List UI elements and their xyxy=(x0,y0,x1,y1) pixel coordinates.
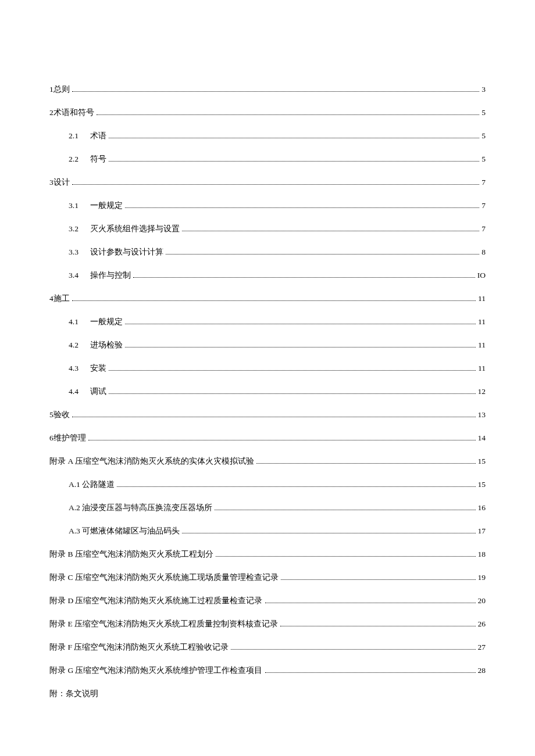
toc-entry-number: 6 xyxy=(49,433,54,443)
toc-entry-page: 15 xyxy=(478,480,486,489)
toc-entry-number: 4.1 xyxy=(69,317,90,327)
toc-entry-label: 一般规定 xyxy=(90,317,123,327)
toc-dot-leader xyxy=(72,300,476,301)
toc-dot-leader xyxy=(72,91,480,92)
toc-dot-leader xyxy=(88,440,476,440)
toc-entry-label: 进场检验 xyxy=(90,340,123,350)
toc-dot-leader xyxy=(182,231,479,231)
toc-dot-leader xyxy=(265,672,476,673)
toc-dot-leader xyxy=(231,649,475,650)
toc-entry-page: 12 xyxy=(478,387,486,396)
toc-entry-page: IO xyxy=(477,271,486,280)
toc-dot-leader xyxy=(72,184,480,185)
toc-entry-number: 4.4 xyxy=(69,387,90,396)
toc-entry-number: 4.3 xyxy=(69,364,90,373)
toc-entry-page: 14 xyxy=(478,433,486,443)
toc-entry-page: 20 xyxy=(478,596,486,605)
toc-entry: A.3 可燃液体储罐区与油品码头17 xyxy=(49,526,486,536)
toc-footer-line: 附：条文说明 xyxy=(49,689,486,699)
toc-entry-number: 2 xyxy=(49,108,54,117)
toc-entry-label: 附录 E 压缩空气泡沫消防炮灭火系统工程质量控制资料核查记录 xyxy=(49,619,278,629)
toc-entry-page: 7 xyxy=(482,224,486,234)
toc-dot-leader xyxy=(97,114,480,115)
toc-entry-page: 17 xyxy=(478,526,486,536)
table-of-contents: 1 总则32 术语和符号52.1 术语52.2 符号53 设计73.1 一般规定… xyxy=(49,84,486,676)
toc-entry-number: 2.2 xyxy=(69,155,90,164)
toc-entry-number: 3 xyxy=(49,178,54,187)
toc-dot-leader xyxy=(109,393,476,394)
toc-dot-leader xyxy=(256,463,476,464)
toc-entry-label: 维护管理 xyxy=(54,433,86,443)
toc-entry: 3 设计7 xyxy=(49,177,486,188)
toc-entry-page: 11 xyxy=(478,364,486,373)
toc-dot-leader xyxy=(125,324,476,324)
toc-entry: 3.1 一般规定7 xyxy=(49,200,486,211)
toc-entry-page: 7 xyxy=(482,201,486,210)
toc-entry-label: 附录 B 压缩空气泡沫消防炮灭火系统工程划分 xyxy=(49,549,213,560)
toc-dot-leader xyxy=(109,161,479,162)
toc-entry-label: 术语 xyxy=(90,131,106,141)
toc-entry-number: 3.1 xyxy=(69,201,90,210)
toc-entry: A.1 公路隧道15 xyxy=(49,479,486,490)
toc-entry-number: 4 xyxy=(49,294,54,303)
toc-dot-leader xyxy=(215,510,475,510)
toc-entry-label: A.3 可燃液体储罐区与油品码头 xyxy=(69,526,180,536)
toc-entry-label: A.1 公路隧道 xyxy=(69,479,115,490)
toc-entry: 2 术语和符号5 xyxy=(49,108,486,118)
toc-dot-leader xyxy=(166,254,479,255)
toc-entry-page: 3 xyxy=(482,85,486,94)
toc-entry-number: 3.3 xyxy=(69,248,90,257)
toc-entry-number: 3.2 xyxy=(69,224,90,234)
toc-entry: 1 总则3 xyxy=(49,84,486,95)
toc-entry: 附录 D 压缩空气泡沫消防炮灭火系统施工过程质量检查记录20 xyxy=(49,596,486,606)
toc-entry-page: 26 xyxy=(478,619,486,629)
toc-entry-page: 5 xyxy=(482,131,486,141)
toc-entry-label: 附录 F 压缩空气泡沫消防炮灭火系统工程验收记录 xyxy=(49,642,229,653)
toc-entry-label: A.2 油浸变压器与特高压换流变压器场所 xyxy=(69,503,212,513)
toc-dot-leader xyxy=(72,417,476,417)
toc-dot-leader xyxy=(133,277,475,278)
toc-entry: 4.4 调试12 xyxy=(49,386,486,397)
toc-entry-label: 附录 G 压缩空气泡沫消防炮灭火系统维护管理工作检查项目 xyxy=(49,665,263,676)
toc-entry: 5 验收13 xyxy=(49,410,486,420)
toc-entry: 附录 B 压缩空气泡沫消防炮灭火系统工程划分18 xyxy=(49,549,486,560)
toc-entry-number: 1 xyxy=(49,85,54,94)
toc-entry-page: 16 xyxy=(478,503,486,513)
toc-dot-leader xyxy=(109,370,476,371)
toc-entry-label: 总则 xyxy=(54,84,70,95)
toc-entry: 附录 E 压缩空气泡沫消防炮灭火系统工程质量控制资料核查记录26 xyxy=(49,619,486,629)
toc-entry: 附录 C 压缩空气泡沫消防炮灭火系统施工现场质量管理检查记录19 xyxy=(49,572,486,583)
toc-entry: 6 维护管理14 xyxy=(49,433,486,443)
toc-entry-page: 8 xyxy=(482,248,486,257)
toc-entry: 4.2 进场检验11 xyxy=(49,340,486,350)
toc-entry: 2.1 术语5 xyxy=(49,131,486,141)
toc-dot-leader xyxy=(216,556,476,557)
toc-dot-leader xyxy=(109,138,479,138)
toc-entry-label: 调试 xyxy=(90,386,106,397)
toc-entry-label: 设计 xyxy=(54,177,70,188)
toc-dot-leader xyxy=(117,486,475,487)
toc-entry: 2.2 符号5 xyxy=(49,154,486,164)
toc-entry-label: 设计参数与设计计算 xyxy=(90,247,163,257)
toc-dot-leader xyxy=(281,579,476,580)
toc-entry-number: 5 xyxy=(49,410,54,420)
toc-entry-number: 4.2 xyxy=(69,341,90,350)
toc-entry-number: 2.1 xyxy=(69,131,90,141)
toc-entry: 附录 A 压缩空气泡沫消防炮灭火系统的实体火灾模拟试验15 xyxy=(49,456,486,467)
toc-entry-label: 验收 xyxy=(54,410,70,420)
toc-entry-label: 附录 A 压缩空气泡沫消防炮灭火系统的实体火灾模拟试验 xyxy=(49,456,254,467)
toc-entry-page: 18 xyxy=(478,550,486,559)
toc-entry-label: 附录 C 压缩空气泡沫消防炮灭火系统施工现场质量管理检查记录 xyxy=(49,572,279,583)
toc-entry-page: 7 xyxy=(482,178,486,187)
toc-dot-leader xyxy=(125,347,476,347)
toc-entry-label: 灭火系统组件选择与设置 xyxy=(90,224,180,234)
toc-entry-page: 28 xyxy=(478,666,486,675)
toc-entry-label: 附录 D 压缩空气泡沫消防炮灭火系统施工过程质量检查记录 xyxy=(49,596,263,606)
toc-entry-page: 5 xyxy=(482,155,486,164)
toc-entry-label: 安装 xyxy=(90,363,106,374)
toc-entry-label: 操作与控制 xyxy=(90,270,131,281)
toc-entry-label: 一般规定 xyxy=(90,200,123,211)
toc-entry: 3.3 设计参数与设计计算8 xyxy=(49,247,486,257)
toc-entry: 4.1 一般规定11 xyxy=(49,317,486,327)
toc-entry: 4.3 安装11 xyxy=(49,363,486,374)
